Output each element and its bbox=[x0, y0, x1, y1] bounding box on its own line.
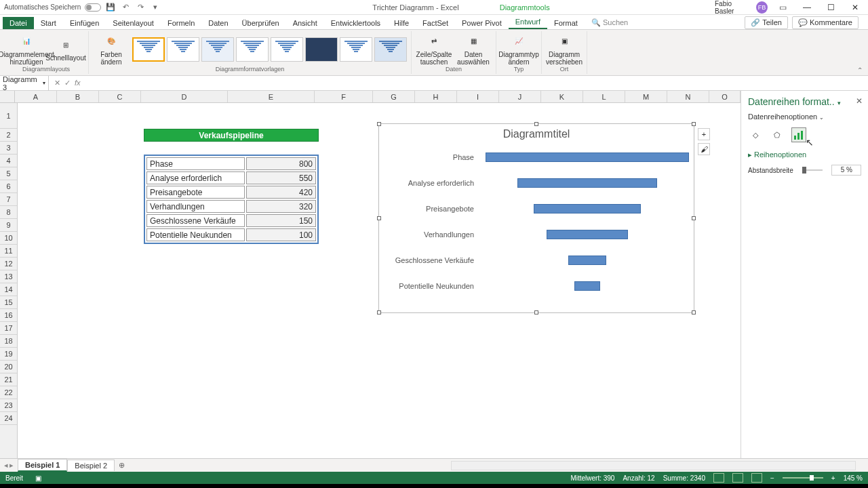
collapse-ribbon-icon[interactable]: ⌃ bbox=[857, 66, 863, 74]
row-header-1[interactable]: 1 bbox=[0, 103, 17, 129]
col-header-K[interactable]: K bbox=[541, 91, 583, 102]
row-header-10[interactable]: 10 bbox=[0, 232, 17, 245]
redo-icon[interactable]: ↷ bbox=[135, 2, 146, 13]
chart-style-5[interactable] bbox=[271, 37, 303, 62]
funnel-bar[interactable] bbox=[517, 178, 657, 188]
tab-help[interactable]: Hilfe bbox=[387, 17, 416, 29]
chart-style-8[interactable] bbox=[374, 37, 407, 62]
tab-view[interactable]: Ansicht bbox=[286, 17, 324, 29]
zoom-out-icon[interactable]: − bbox=[770, 474, 774, 482]
table-row[interactable]: Potentielle Neukunden100 bbox=[146, 228, 316, 241]
sheet-tab-1[interactable]: Beispiel 1 bbox=[18, 459, 67, 472]
table-title-cell[interactable]: Verkaufspipeline bbox=[144, 129, 319, 142]
select-data-button[interactable]: ▦ Daten auswählen bbox=[455, 33, 492, 66]
col-header-H[interactable]: H bbox=[415, 91, 457, 102]
gap-width-spinner[interactable]: 5 % bbox=[831, 165, 861, 176]
fill-line-icon[interactable]: ◇ bbox=[748, 127, 763, 142]
chart-style-1[interactable] bbox=[132, 37, 165, 62]
tab-start[interactable]: Start bbox=[34, 17, 63, 29]
tab-factset[interactable]: FactSet bbox=[416, 17, 455, 29]
table-row[interactable]: Analyse erforderlich550 bbox=[146, 171, 316, 184]
table-row[interactable]: Preisangebote420 bbox=[146, 186, 316, 199]
row-header-19[interactable]: 19 bbox=[0, 348, 17, 361]
macro-record-icon[interactable]: ▣ bbox=[35, 474, 41, 482]
effects-icon[interactable]: ⬠ bbox=[770, 127, 785, 142]
table-cell-label[interactable]: Verhandlungen bbox=[146, 200, 245, 213]
row-header-12[interactable]: 12 bbox=[0, 258, 17, 270]
chart-styles-gallery[interactable] bbox=[132, 37, 407, 62]
col-header-G[interactable]: G bbox=[373, 91, 415, 102]
row-header-18[interactable]: 18 bbox=[0, 335, 17, 348]
tab-data[interactable]: Daten bbox=[201, 17, 235, 29]
table-cell-value[interactable]: 420 bbox=[246, 186, 316, 199]
table-row[interactable]: Verhandlungen320 bbox=[146, 200, 316, 213]
col-header-C[interactable]: C bbox=[99, 91, 141, 102]
maximize-icon[interactable]: ☐ bbox=[823, 1, 840, 14]
autosave-toggle[interactable] bbox=[85, 3, 101, 12]
table-cell-value[interactable]: 550 bbox=[246, 171, 316, 184]
select-all-corner[interactable] bbox=[0, 91, 15, 102]
table-cell-value[interactable]: 320 bbox=[246, 200, 316, 213]
sheet-tab-2[interactable]: Beispiel 2 bbox=[67, 460, 115, 471]
save-icon[interactable]: 💾 bbox=[105, 2, 116, 13]
col-header-A[interactable]: A bbox=[15, 91, 57, 102]
comments-button[interactable]: 💬 Kommentare bbox=[792, 16, 859, 29]
table-cell-value[interactable]: 100 bbox=[246, 228, 316, 241]
zoom-in-icon[interactable]: + bbox=[831, 474, 835, 482]
row-header-5[interactable]: 5 bbox=[0, 167, 17, 180]
table-row[interactable]: Geschlossene Verkäufe150 bbox=[146, 214, 316, 227]
name-box[interactable]: Diagramm 3▾ bbox=[0, 75, 49, 92]
col-header-F[interactable]: F bbox=[315, 91, 373, 102]
tab-design[interactable]: Entwurf bbox=[509, 16, 547, 29]
row-header-13[interactable]: 13 bbox=[0, 270, 17, 283]
chart-title[interactable]: Diagrammtitel bbox=[379, 124, 694, 144]
table-cell-label[interactable]: Phase bbox=[146, 157, 245, 170]
row-header-3[interactable]: 3 bbox=[0, 142, 17, 155]
horizontal-scrollbar[interactable] bbox=[451, 461, 856, 470]
change-colors-button[interactable]: 🎨 Farben ändern bbox=[93, 33, 130, 66]
tab-developer[interactable]: Entwicklertools bbox=[324, 17, 387, 29]
row-header-24[interactable]: 24 bbox=[0, 412, 17, 425]
share-button[interactable]: 🔗 Teilen bbox=[745, 16, 788, 29]
funnel-bar[interactable] bbox=[547, 230, 628, 239]
funnel-bar[interactable] bbox=[534, 204, 641, 214]
close-icon[interactable]: ✕ bbox=[846, 1, 864, 14]
funnel-bar[interactable] bbox=[574, 281, 600, 291]
table-cell-label[interactable]: Potentielle Neukunden bbox=[146, 228, 245, 241]
zoom-slider[interactable] bbox=[783, 477, 823, 479]
table-row[interactable]: Phase800 bbox=[146, 157, 316, 170]
row-header-6[interactable]: 6 bbox=[0, 180, 17, 193]
tab-pagelayout[interactable]: Seitenlayout bbox=[106, 17, 161, 29]
tab-file[interactable]: Datei bbox=[3, 17, 34, 29]
add-sheet-button[interactable]: ⊕ bbox=[115, 461, 129, 470]
sheet-nav-next-icon[interactable]: ▸ bbox=[9, 461, 14, 470]
col-header-B[interactable]: B bbox=[57, 91, 99, 102]
table-cell-label[interactable]: Preisangebote bbox=[146, 186, 245, 199]
row-header-21[interactable]: 21 bbox=[0, 373, 17, 386]
chart-styles-button[interactable]: 🖌 bbox=[698, 143, 710, 155]
row-header-20[interactable]: 20 bbox=[0, 361, 17, 373]
tab-formulas[interactable]: Formeln bbox=[161, 17, 201, 29]
series-options-section[interactable]: ▸ Reihenoptionen bbox=[748, 150, 861, 159]
row-header-14[interactable]: 14 bbox=[0, 283, 17, 296]
row-header-9[interactable]: 9 bbox=[0, 219, 17, 232]
sheet-nav-prev-icon[interactable]: ◂ bbox=[4, 461, 8, 470]
funnel-bar[interactable] bbox=[568, 256, 606, 265]
fx-icon[interactable]: fx bbox=[75, 79, 81, 87]
cells-area[interactable]: Verkaufspipeline Phase800Analyse erforde… bbox=[18, 103, 741, 458]
col-header-D[interactable]: D bbox=[141, 91, 228, 102]
chart-elements-button[interactable]: + bbox=[698, 128, 710, 140]
ribbon-display-icon[interactable]: ▭ bbox=[774, 1, 792, 14]
data-table[interactable]: Phase800Analyse erforderlich550Preisange… bbox=[144, 155, 319, 244]
funnel-bar[interactable] bbox=[486, 152, 689, 162]
chart-object[interactable]: Diagrammtitel PhaseAnalyse erforderlichP… bbox=[378, 123, 694, 313]
add-chart-element-button[interactable]: 📊 Diagrammelement hinzufügen bbox=[8, 33, 45, 66]
confirm-formula-icon[interactable]: ✓ bbox=[64, 79, 71, 87]
chart-style-4[interactable] bbox=[236, 37, 269, 62]
zoom-level[interactable]: 145 % bbox=[844, 474, 863, 482]
search-box[interactable]: 🔍 Suchen bbox=[585, 16, 635, 29]
row-header-2[interactable]: 2 bbox=[0, 129, 17, 142]
row-header-11[interactable]: 11 bbox=[0, 245, 17, 258]
table-cell-value[interactable]: 150 bbox=[246, 214, 316, 227]
gap-width-slider[interactable] bbox=[802, 167, 823, 174]
